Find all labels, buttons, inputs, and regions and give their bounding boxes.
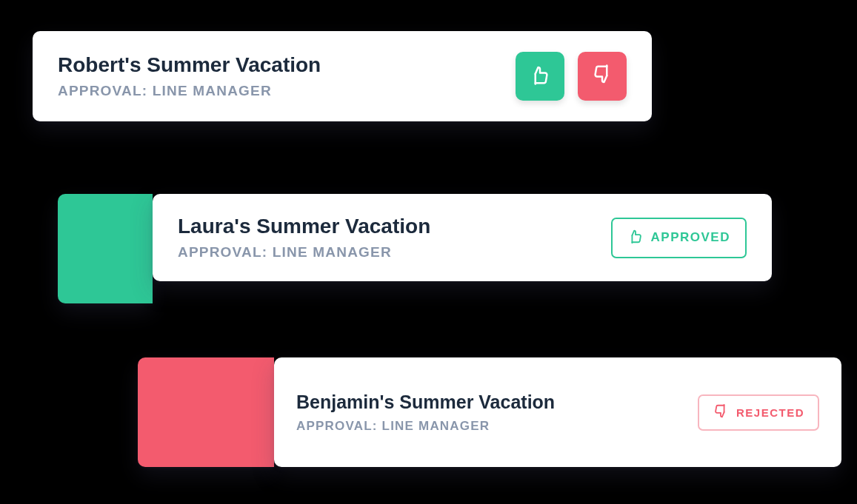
status-badge-approved: APPROVED <box>611 218 747 258</box>
approval-card-pending: Robert's Summer Vacation APPROVAL: LINE … <box>33 31 652 121</box>
thumbs-down-icon <box>713 403 729 422</box>
card-title: Benjamin's Summer Vacation <box>296 392 555 413</box>
card-text-block: Laura's Summer Vacation APPROVAL: LINE M… <box>178 215 430 261</box>
card-subtitle: APPROVAL: LINE MANAGER <box>178 244 430 261</box>
accent-bar-approved <box>58 194 153 303</box>
status-badge-rejected: REJECTED <box>698 394 819 431</box>
status-label: APPROVED <box>651 230 730 245</box>
card-subtitle: APPROVAL: LINE MANAGER <box>296 419 555 434</box>
card-subtitle: APPROVAL: LINE MANAGER <box>58 83 321 99</box>
reject-button[interactable] <box>578 52 627 101</box>
approve-button[interactable] <box>516 52 564 101</box>
card-text-block: Robert's Summer Vacation APPROVAL: LINE … <box>58 53 321 99</box>
card-title: Robert's Summer Vacation <box>58 53 321 77</box>
card-actions <box>516 52 627 101</box>
thumbs-down-icon <box>591 64 613 89</box>
card-text-block: Benjamin's Summer Vacation APPROVAL: LIN… <box>296 392 555 434</box>
status-label: REJECTED <box>736 406 804 419</box>
approval-card-rejected: Benjamin's Summer Vacation APPROVAL: LIN… <box>274 357 841 467</box>
thumbs-up-icon <box>529 64 551 89</box>
card-title: Laura's Summer Vacation <box>178 215 430 238</box>
approval-card-approved: Laura's Summer Vacation APPROVAL: LINE M… <box>153 194 772 281</box>
accent-bar-rejected <box>138 357 274 467</box>
thumbs-up-icon <box>627 228 644 248</box>
